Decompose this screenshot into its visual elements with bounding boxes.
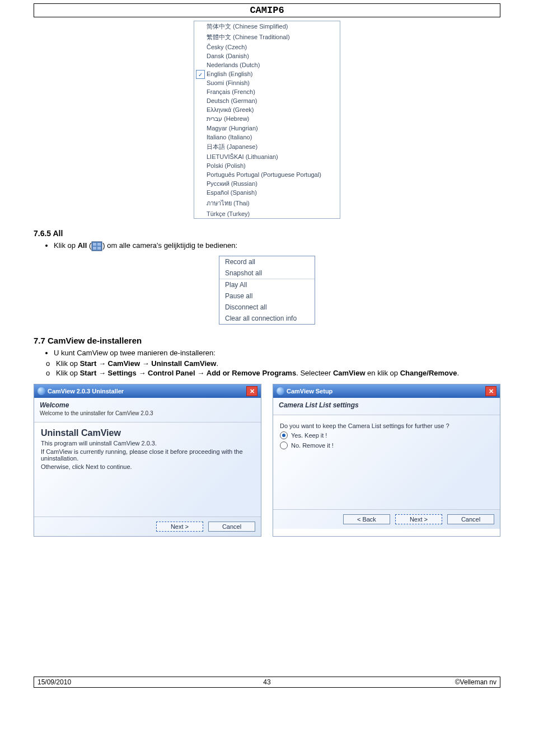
app-icon — [277, 387, 284, 395]
language-item[interactable]: Deutsch (German) — [194, 96, 340, 105]
language-item[interactable]: 简体中文 (Chinese Simplified) — [194, 21, 340, 32]
language-label: LIETUVIŠKAI (Lithuanian) — [207, 153, 278, 160]
language-item[interactable]: ✓English (English) — [194, 69, 340, 78]
deinstall-method-2: Klik op Start → Settings → Control Panel… — [46, 369, 500, 377]
language-label: Polski (Polish) — [207, 162, 246, 169]
uninstall-p3: Otherwise, click Next to continue. — [41, 463, 254, 470]
setup-dialog: CamView Setup ✕ Camera List List setting… — [273, 384, 500, 537]
language-item[interactable]: LIETUVIŠKAI (Lithuanian) — [194, 152, 340, 161]
dialog-title-text: CamView Setup — [287, 388, 332, 395]
menu-item[interactable]: Pause all — [219, 290, 315, 302]
language-item[interactable]: Español (Spanish) — [194, 188, 340, 197]
app-icon — [38, 387, 45, 395]
svg-rect-1 — [93, 243, 96, 246]
language-label: Ελληνικά (Greek) — [207, 106, 254, 113]
language-label: Русский (Russian) — [207, 180, 257, 187]
language-label: Português Portugal (Portuguese Portugal) — [207, 171, 321, 178]
footer-copyright: ©Velleman nv — [413, 678, 496, 686]
language-label: Türkçe (Turkey) — [207, 210, 250, 217]
menu-item[interactable]: Snapshot all — [219, 267, 315, 279]
language-label: Dansk (Danish) — [207, 53, 249, 59]
menu-item[interactable]: Clear all connection info — [219, 313, 315, 324]
footer-date: 15/09/2010 — [38, 678, 121, 686]
uninstall-heading: Uninstall CamView — [41, 428, 254, 438]
dialog-head-title: Camera List List settings — [279, 401, 494, 409]
radio-no[interactable]: No. Remove it ! — [280, 442, 493, 449]
keep-settings-question: Do you want to keep the Camera List sett… — [280, 422, 493, 429]
language-label: עברית (Hebrew) — [207, 115, 249, 122]
language-item[interactable]: Français (French) — [194, 87, 340, 96]
language-label: ภาษาไทย (Thai) — [207, 200, 250, 206]
back-button[interactable]: < Back — [343, 514, 390, 524]
language-item[interactable]: Česky (Czech) — [194, 43, 340, 51]
language-label: Deutsch (German) — [207, 97, 257, 104]
dialog-title-text: CamView 2.0.3 Uninstaller — [48, 388, 124, 395]
language-label: Magyar (Hungrian) — [207, 125, 258, 132]
language-label: Français (French) — [207, 88, 255, 95]
language-item[interactable]: Nederlands (Dutch) — [194, 60, 340, 69]
all-context-menu: Record allSnapshot allPlay AllPause allD… — [219, 256, 315, 325]
menu-item[interactable]: Disconnect all — [219, 302, 315, 313]
language-item[interactable]: Dansk (Danish) — [194, 51, 340, 60]
radio-icon — [280, 431, 288, 439]
language-item[interactable]: 繁體中文 (Chinese Traditional) — [194, 32, 340, 43]
page-footer: 15/09/2010 43 ©Velleman nv — [34, 677, 500, 688]
dialog-titlebar: CamView Setup ✕ — [273, 384, 500, 398]
language-item[interactable]: Suomi (Finnish) — [194, 78, 340, 87]
dialog-head-sub: Welcome to the uninstaller for CamView 2… — [40, 410, 255, 416]
section-heading-deinstall: 7.7 CamView de-installeren — [34, 336, 500, 345]
uninstall-p2: If CamView is currently running, please … — [41, 448, 254, 462]
language-label: 日本語 (Japanese) — [207, 143, 257, 150]
language-item[interactable]: Türkçe (Turkey) — [194, 209, 340, 218]
menu-item[interactable]: Play All — [219, 279, 315, 290]
uninstaller-dialog: CamView 2.0.3 Uninstaller ✕ Welcome Welc… — [34, 384, 261, 537]
section-heading-all: 7.6.5 All — [34, 229, 500, 238]
dialog-titlebar: CamView 2.0.3 Uninstaller ✕ — [34, 384, 261, 398]
check-icon: ✓ — [196, 70, 205, 79]
language-item[interactable]: Português Portugal (Portuguese Portugal) — [194, 170, 340, 179]
footer-page: 43 — [121, 678, 413, 686]
all-instruction: Klik op All ( ) om alle camera's gelijkt… — [54, 241, 500, 251]
deinstall-intro: U kunt CamView op twee manieren de-insta… — [54, 349, 500, 357]
cancel-button[interactable]: Cancel — [447, 514, 494, 524]
radio-yes[interactable]: Yes. Keep it ! — [280, 431, 493, 439]
deinstall-method-1: Klik op Start → CamView → Uninstall CamV… — [46, 359, 500, 368]
header-title: CAMIP6 — [34, 3, 500, 17]
language-item[interactable]: ภาษาไทย (Thai) — [194, 197, 340, 209]
svg-rect-3 — [93, 247, 96, 250]
menu-item[interactable]: Record all — [219, 256, 315, 267]
all-icon — [91, 241, 102, 251]
language-label: Español (Spanish) — [207, 189, 257, 196]
language-item[interactable]: Русский (Russian) — [194, 179, 340, 188]
cancel-button[interactable]: Cancel — [208, 522, 255, 532]
language-list[interactable]: 简体中文 (Chinese Simplified)繁體中文 (Chinese T… — [194, 21, 340, 219]
uninstall-p1: This program will uninstall CamView 2.0.… — [41, 440, 254, 447]
language-item[interactable]: Italiano (Italiano) — [194, 133, 340, 142]
language-item[interactable]: Polski (Polish) — [194, 161, 340, 170]
svg-rect-4 — [97, 247, 101, 250]
language-label: English (English) — [207, 71, 253, 77]
language-label: Suomi (Finnish) — [207, 79, 250, 86]
next-button[interactable]: Next > — [395, 514, 442, 524]
close-icon[interactable]: ✕ — [246, 386, 257, 396]
language-label: 简体中文 (Chinese Simplified) — [207, 23, 288, 30]
svg-rect-2 — [97, 243, 101, 246]
language-label: 繁體中文 (Chinese Traditional) — [207, 34, 290, 40]
language-item[interactable]: Magyar (Hungrian) — [194, 124, 340, 133]
radio-yes-label: Yes. Keep it ! — [291, 432, 327, 439]
language-item[interactable]: עברית (Hebrew) — [194, 114, 340, 124]
dialog-head-title: Welcome — [40, 401, 255, 409]
radio-no-label: No. Remove it ! — [291, 442, 334, 449]
language-item[interactable]: 日本語 (Japanese) — [194, 142, 340, 152]
next-button[interactable]: Next > — [156, 522, 203, 532]
radio-icon — [280, 442, 288, 449]
language-label: Česky (Czech) — [207, 44, 247, 50]
language-label: Nederlands (Dutch) — [207, 62, 260, 68]
close-icon[interactable]: ✕ — [485, 386, 496, 396]
language-item[interactable]: Ελληνικά (Greek) — [194, 105, 340, 114]
language-label: Italiano (Italiano) — [207, 134, 252, 140]
